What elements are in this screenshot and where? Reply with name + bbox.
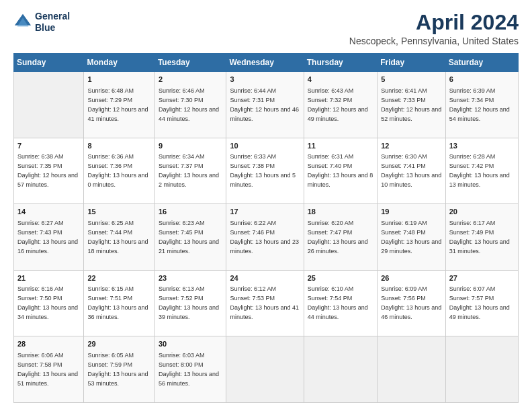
day-info: Sunrise: 6:38 AMSunset: 7:35 PMDaylight:… [17, 153, 78, 188]
day-number: 21 [17, 273, 80, 283]
calendar-cell: 26Sunrise: 6:09 AMSunset: 7:56 PMDayligh… [378, 270, 446, 336]
week-row-2: 7Sunrise: 6:38 AMSunset: 7:35 PMDaylight… [14, 138, 519, 204]
day-info: Sunrise: 6:36 AMSunset: 7:36 PMDaylight:… [87, 153, 148, 188]
calendar-cell: 3Sunrise: 6:44 AMSunset: 7:31 PMDaylight… [226, 72, 304, 138]
calendar-table: SundayMondayTuesdayWednesdayThursdayFrid… [13, 53, 519, 403]
day-number: 2 [159, 75, 223, 85]
calendar-cell: 18Sunrise: 6:20 AMSunset: 7:47 PMDayligh… [304, 204, 377, 271]
day-info: Sunrise: 6:06 AMSunset: 7:58 PMDaylight:… [17, 352, 78, 387]
calendar-cell: 23Sunrise: 6:13 AMSunset: 7:52 PMDayligh… [154, 270, 226, 336]
col-header-sunday: Sunday [14, 54, 84, 72]
calendar-cell [226, 336, 304, 403]
calendar-cell: 22Sunrise: 6:15 AMSunset: 7:51 PMDayligh… [84, 270, 154, 336]
calendar-cell: 27Sunrise: 6:07 AMSunset: 7:57 PMDayligh… [445, 270, 518, 336]
header-row: SundayMondayTuesdayWednesdayThursdayFrid… [14, 54, 519, 72]
calendar-cell: 2Sunrise: 6:46 AMSunset: 7:30 PMDaylight… [154, 72, 226, 138]
calendar-cell: 5Sunrise: 6:41 AMSunset: 7:33 PMDaylight… [378, 72, 446, 138]
day-info: Sunrise: 6:30 AMSunset: 7:41 PMDaylight:… [381, 153, 441, 188]
day-number: 22 [87, 273, 150, 283]
calendar-cell: 14Sunrise: 6:27 AMSunset: 7:43 PMDayligh… [14, 204, 84, 271]
day-info: Sunrise: 6:43 AMSunset: 7:32 PMDaylight:… [308, 87, 368, 122]
day-number: 19 [381, 207, 442, 217]
day-number: 12 [381, 141, 442, 151]
title-section: April 2024 Nescopeck, Pennsylvania, Unit… [349, 11, 519, 46]
day-info: Sunrise: 6:13 AMSunset: 7:52 PMDaylight:… [159, 285, 219, 320]
calendar-cell: 19Sunrise: 6:19 AMSunset: 7:48 PMDayligh… [378, 204, 446, 271]
day-info: Sunrise: 6:48 AMSunset: 7:29 PMDaylight:… [87, 87, 148, 122]
header: General Blue April 2024 Nescopeck, Penns… [13, 11, 519, 46]
day-number: 29 [87, 339, 150, 349]
day-number: 16 [159, 207, 223, 217]
day-number: 14 [17, 207, 80, 217]
logo: General Blue [13, 11, 70, 34]
day-number: 1 [87, 75, 150, 85]
main-title: April 2024 [349, 11, 519, 34]
day-info: Sunrise: 6:16 AMSunset: 7:50 PMDaylight:… [17, 285, 78, 320]
day-number: 4 [308, 75, 373, 85]
calendar-cell: 7Sunrise: 6:38 AMSunset: 7:35 PMDaylight… [14, 138, 84, 204]
day-info: Sunrise: 6:10 AMSunset: 7:54 PMDaylight:… [308, 285, 368, 320]
day-info: Sunrise: 6:31 AMSunset: 7:40 PMDaylight:… [308, 153, 373, 188]
calendar-cell: 6Sunrise: 6:39 AMSunset: 7:34 PMDaylight… [445, 72, 518, 138]
day-number: 5 [381, 75, 442, 85]
day-number: 17 [230, 207, 300, 217]
week-row-5: 28Sunrise: 6:06 AMSunset: 7:58 PMDayligh… [14, 336, 519, 403]
calendar-cell: 8Sunrise: 6:36 AMSunset: 7:36 PMDaylight… [84, 138, 154, 204]
week-row-1: 1Sunrise: 6:48 AMSunset: 7:29 PMDaylight… [14, 72, 519, 138]
day-number: 20 [449, 207, 515, 217]
day-number: 24 [230, 273, 300, 283]
calendar-cell: 13Sunrise: 6:28 AMSunset: 7:42 PMDayligh… [445, 138, 518, 204]
day-info: Sunrise: 6:17 AMSunset: 7:49 PMDaylight:… [449, 220, 510, 255]
logo-icon [13, 13, 32, 32]
subtitle: Nescopeck, Pennsylvania, United States [349, 36, 519, 46]
day-info: Sunrise: 6:25 AMSunset: 7:44 PMDaylight:… [87, 220, 148, 255]
calendar-cell: 1Sunrise: 6:48 AMSunset: 7:29 PMDaylight… [84, 72, 154, 138]
day-number: 30 [159, 339, 223, 349]
calendar-cell: 17Sunrise: 6:22 AMSunset: 7:46 PMDayligh… [226, 204, 304, 271]
calendar-cell: 25Sunrise: 6:10 AMSunset: 7:54 PMDayligh… [304, 270, 377, 336]
day-number: 10 [230, 141, 300, 151]
day-info: Sunrise: 6:05 AMSunset: 7:59 PMDaylight:… [87, 352, 148, 387]
day-info: Sunrise: 6:03 AMSunset: 8:00 PMDaylight:… [159, 352, 219, 387]
day-number: 6 [449, 75, 515, 85]
day-number: 25 [308, 273, 373, 283]
col-header-thursday: Thursday [304, 54, 377, 72]
day-number: 13 [449, 141, 515, 151]
day-info: Sunrise: 6:19 AMSunset: 7:48 PMDaylight:… [381, 220, 441, 255]
calendar-cell: 30Sunrise: 6:03 AMSunset: 8:00 PMDayligh… [154, 336, 226, 403]
week-row-4: 21Sunrise: 6:16 AMSunset: 7:50 PMDayligh… [14, 270, 519, 336]
calendar-cell: 9Sunrise: 6:34 AMSunset: 7:37 PMDaylight… [154, 138, 226, 204]
day-number: 15 [87, 207, 150, 217]
col-header-tuesday: Tuesday [154, 54, 226, 72]
calendar-cell [378, 336, 446, 403]
day-info: Sunrise: 6:46 AMSunset: 7:30 PMDaylight:… [159, 87, 219, 122]
day-info: Sunrise: 6:15 AMSunset: 7:51 PMDaylight:… [87, 285, 148, 320]
calendar-cell: 29Sunrise: 6:05 AMSunset: 7:59 PMDayligh… [84, 336, 154, 403]
calendar-cell: 15Sunrise: 6:25 AMSunset: 7:44 PMDayligh… [84, 204, 154, 271]
logo-line2: Blue [35, 22, 70, 34]
calendar-cell: 24Sunrise: 6:12 AMSunset: 7:53 PMDayligh… [226, 270, 304, 336]
col-header-wednesday: Wednesday [226, 54, 304, 72]
day-info: Sunrise: 6:39 AMSunset: 7:34 PMDaylight:… [449, 87, 510, 122]
col-header-saturday: Saturday [445, 54, 518, 72]
day-info: Sunrise: 6:27 AMSunset: 7:43 PMDaylight:… [17, 220, 78, 255]
calendar-cell: 11Sunrise: 6:31 AMSunset: 7:40 PMDayligh… [304, 138, 377, 204]
calendar-cell: 20Sunrise: 6:17 AMSunset: 7:49 PMDayligh… [445, 204, 518, 271]
calendar-cell: 16Sunrise: 6:23 AMSunset: 7:45 PMDayligh… [154, 204, 226, 271]
day-info: Sunrise: 6:07 AMSunset: 7:57 PMDaylight:… [449, 285, 510, 320]
day-number: 11 [308, 141, 373, 151]
page: General Blue April 2024 Nescopeck, Penns… [0, 0, 532, 411]
day-info: Sunrise: 6:22 AMSunset: 7:46 PMDaylight:… [230, 220, 299, 255]
day-info: Sunrise: 6:23 AMSunset: 7:45 PMDaylight:… [159, 220, 219, 255]
day-info: Sunrise: 6:33 AMSunset: 7:38 PMDaylight:… [230, 153, 296, 188]
calendar-cell: 10Sunrise: 6:33 AMSunset: 7:38 PMDayligh… [226, 138, 304, 204]
day-info: Sunrise: 6:12 AMSunset: 7:53 PMDaylight:… [230, 285, 299, 320]
week-row-3: 14Sunrise: 6:27 AMSunset: 7:43 PMDayligh… [14, 204, 519, 271]
col-header-friday: Friday [378, 54, 446, 72]
day-info: Sunrise: 6:09 AMSunset: 7:56 PMDaylight:… [381, 285, 441, 320]
day-number: 9 [159, 141, 223, 151]
calendar-cell [14, 72, 84, 138]
logo-line1: General [35, 11, 70, 22]
day-number: 23 [159, 273, 223, 283]
day-number: 18 [308, 207, 373, 217]
